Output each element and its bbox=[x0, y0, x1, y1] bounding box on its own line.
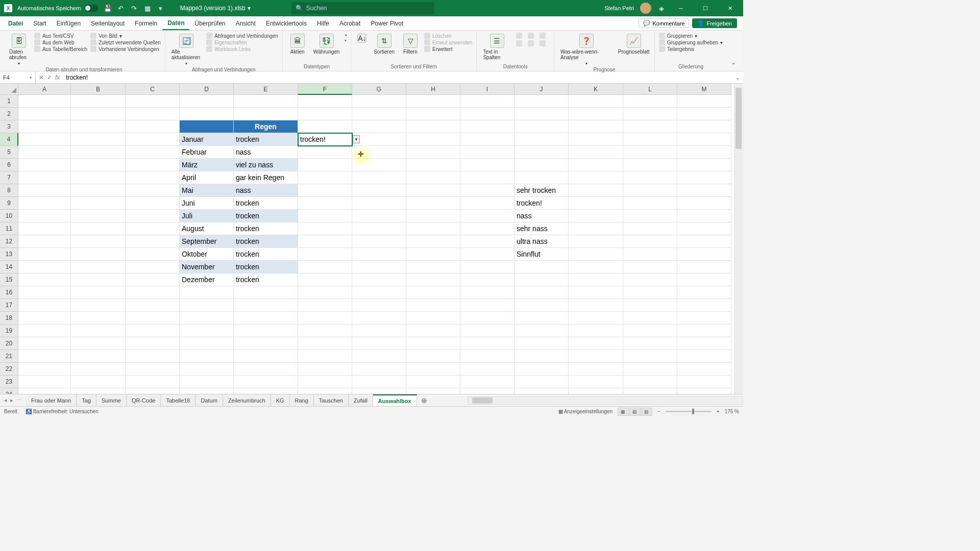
avatar-icon[interactable] bbox=[640, 3, 651, 14]
cell[interactable] bbox=[298, 375, 352, 388]
display-settings[interactable]: ▦ Anzeigeeinstellungen bbox=[558, 409, 612, 414]
cell[interactable] bbox=[126, 350, 180, 363]
cell[interactable] bbox=[352, 312, 406, 324]
cell[interactable] bbox=[460, 375, 514, 388]
vertical-scrollbar[interactable] bbox=[734, 84, 743, 394]
from-table-range[interactable]: Aus Tabelle/Bereich bbox=[34, 46, 87, 52]
cell[interactable] bbox=[569, 222, 623, 235]
cell[interactable] bbox=[180, 299, 234, 312]
cell[interactable] bbox=[406, 337, 460, 350]
cell[interactable]: trocken bbox=[234, 222, 298, 235]
cell[interactable] bbox=[514, 299, 569, 312]
cell[interactable] bbox=[569, 375, 623, 388]
column-header[interactable]: M bbox=[677, 84, 731, 95]
cell[interactable] bbox=[677, 363, 731, 375]
cell[interactable] bbox=[298, 197, 352, 210]
cell[interactable] bbox=[569, 248, 623, 261]
cell[interactable] bbox=[514, 95, 569, 108]
cell[interactable] bbox=[623, 184, 677, 197]
cell[interactable] bbox=[406, 95, 460, 108]
cell[interactable] bbox=[460, 299, 514, 312]
cell[interactable] bbox=[623, 375, 677, 388]
cell[interactable] bbox=[569, 146, 623, 159]
cell[interactable] bbox=[406, 235, 460, 248]
ribbon-tab-datei[interactable]: Datei bbox=[3, 16, 28, 30]
cell[interactable] bbox=[18, 184, 71, 197]
cell[interactable] bbox=[298, 146, 352, 159]
cell[interactable] bbox=[71, 375, 126, 388]
cell[interactable] bbox=[460, 388, 514, 394]
zoom-in-button[interactable]: + bbox=[717, 409, 720, 414]
cell[interactable] bbox=[180, 108, 234, 120]
cell[interactable] bbox=[234, 363, 298, 375]
cell[interactable] bbox=[298, 273, 352, 286]
add-sheet-button[interactable]: ⊕ bbox=[417, 396, 431, 405]
cell[interactable] bbox=[71, 312, 126, 324]
cell[interactable] bbox=[460, 108, 514, 120]
cell[interactable]: März bbox=[180, 159, 234, 171]
cell[interactable] bbox=[406, 388, 460, 394]
row-header[interactable]: 11 bbox=[0, 222, 18, 235]
cell[interactable] bbox=[623, 388, 677, 394]
redo-icon[interactable]: ↷ bbox=[130, 4, 138, 12]
cell[interactable]: trocken bbox=[234, 210, 298, 222]
cell[interactable] bbox=[623, 222, 677, 235]
cell[interactable] bbox=[623, 197, 677, 210]
column-header[interactable]: G bbox=[352, 84, 406, 95]
cell[interactable] bbox=[677, 273, 731, 286]
cell[interactable] bbox=[234, 388, 298, 394]
cell[interactable] bbox=[406, 375, 460, 388]
cell[interactable] bbox=[569, 350, 623, 363]
cell[interactable] bbox=[569, 133, 623, 146]
whatif-button[interactable]: ❓Was-wäre-wenn-Analyse▾ bbox=[558, 33, 614, 67]
cell[interactable] bbox=[623, 146, 677, 159]
flash-fill-icon[interactable] bbox=[516, 33, 522, 39]
cell[interactable] bbox=[352, 197, 406, 210]
cell[interactable]: gar kein Regen bbox=[234, 171, 298, 184]
ribbon-tab-power pivot[interactable]: Power Pivot bbox=[365, 16, 408, 30]
cell[interactable] bbox=[352, 299, 406, 312]
cell[interactable] bbox=[71, 171, 126, 184]
cell[interactable] bbox=[71, 388, 126, 394]
cell[interactable] bbox=[18, 261, 71, 273]
row-header[interactable]: 20 bbox=[0, 337, 18, 350]
from-text-csv[interactable]: Aus Text/CSV bbox=[34, 33, 87, 39]
cell[interactable] bbox=[352, 324, 406, 337]
cell[interactable] bbox=[406, 363, 460, 375]
sheet-nav-prev[interactable]: ◂ bbox=[4, 397, 7, 404]
cell[interactable] bbox=[460, 312, 514, 324]
cell[interactable] bbox=[18, 286, 71, 299]
cell[interactable] bbox=[623, 312, 677, 324]
cell[interactable] bbox=[180, 388, 234, 394]
page-break-view-button[interactable]: ▥ bbox=[641, 408, 652, 416]
row-header[interactable]: 22 bbox=[0, 363, 18, 375]
accessibility-status[interactable]: ♿ Barrierefreiheit: Untersuchen bbox=[26, 409, 99, 414]
from-web[interactable]: Aus dem Web bbox=[34, 39, 87, 45]
cell[interactable]: sehr trocken bbox=[514, 184, 569, 197]
cell[interactable] bbox=[352, 273, 406, 286]
row-header[interactable]: 19 bbox=[0, 324, 18, 337]
from-picture[interactable]: Von Bild ▾ bbox=[90, 33, 161, 39]
cell[interactable] bbox=[623, 159, 677, 171]
ribbon-tab-überprüfen[interactable]: Überprüfen bbox=[189, 16, 230, 30]
search-input[interactable]: 🔍 Suchen bbox=[291, 2, 434, 14]
cell[interactable] bbox=[18, 108, 71, 120]
cell[interactable] bbox=[71, 248, 126, 261]
cell[interactable] bbox=[352, 261, 406, 273]
cell[interactable] bbox=[298, 312, 352, 324]
cell[interactable] bbox=[71, 337, 126, 350]
cell[interactable] bbox=[569, 324, 623, 337]
cell[interactable] bbox=[569, 95, 623, 108]
cell[interactable]: nass bbox=[514, 210, 569, 222]
cell[interactable] bbox=[677, 235, 731, 248]
cell[interactable] bbox=[514, 337, 569, 350]
sheet-tab[interactable]: KG bbox=[271, 394, 290, 406]
cell[interactable] bbox=[298, 184, 352, 197]
column-header[interactable]: I bbox=[460, 84, 514, 95]
cell[interactable] bbox=[677, 312, 731, 324]
cell[interactable] bbox=[406, 159, 460, 171]
cell[interactable] bbox=[18, 350, 71, 363]
cell[interactable] bbox=[298, 210, 352, 222]
sheet-tab[interactable]: Auswahlbox bbox=[373, 394, 417, 406]
cell[interactable] bbox=[180, 375, 234, 388]
